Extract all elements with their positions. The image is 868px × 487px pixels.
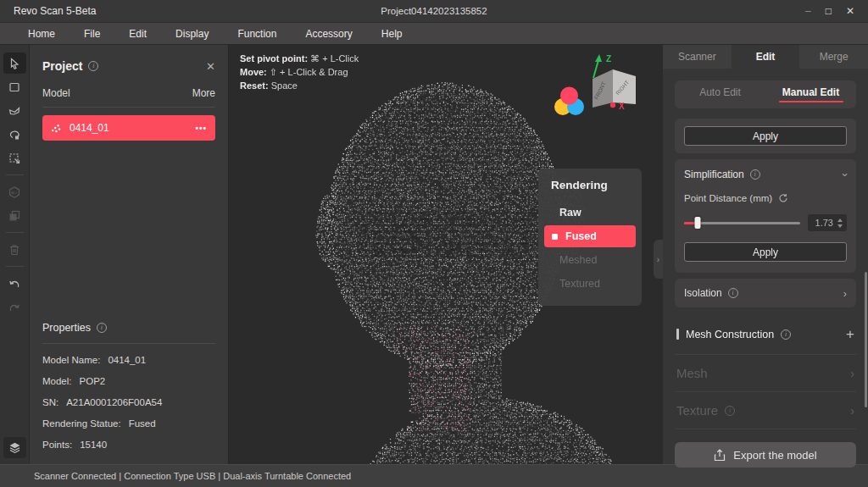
stepper-up-icon[interactable] <box>837 219 843 222</box>
menu-function[interactable]: Function <box>223 28 291 40</box>
mesh-construction-info-icon <box>781 329 791 340</box>
selection-card: Apply <box>675 119 856 153</box>
tab-merge[interactable]: Merge <box>799 45 868 69</box>
export-icon <box>714 449 726 462</box>
rendering-option-meshed: Meshed <box>538 248 642 272</box>
layers-icon[interactable] <box>3 437 26 458</box>
viewport-hints: Set pivot point: ⌘ + L-Click Move: ⇧ + L… <box>240 52 359 92</box>
main-area: ALL Project ✕ <box>0 45 868 464</box>
model-list-header: Model <box>42 87 70 99</box>
stepper-down-icon[interactable] <box>837 224 843 228</box>
tab-manual-edit[interactable]: Manual Edit <box>765 80 856 108</box>
section-accent-bar <box>676 329 679 340</box>
view-cube[interactable]: FRONT RIGHT Z X <box>593 54 636 111</box>
chevron-right-icon <box>850 367 854 380</box>
stepper-arrows[interactable] <box>837 219 843 228</box>
menu-help[interactable]: Help <box>367 28 417 40</box>
menu-home[interactable]: Home <box>14 28 70 40</box>
tab-scanner[interactable]: Scanner <box>663 45 732 69</box>
apply-selection-button[interactable]: Apply <box>684 126 847 146</box>
model-item-name: 0414_01 <box>70 122 109 134</box>
simplification-info-icon <box>750 169 760 180</box>
maximize-button[interactable]: □ <box>826 6 832 16</box>
menu-display[interactable]: Display <box>161 28 223 40</box>
apply-simplification-button[interactable]: Apply <box>684 242 847 262</box>
rendering-option-raw[interactable]: Raw <box>538 201 642 224</box>
point-distance-stepper[interactable]: 1.73 <box>808 214 847 231</box>
property-rendering-status: Rendering Statue: Fused <box>42 418 215 429</box>
orientation-gizmo[interactable]: FRONT RIGHT Z X <box>553 53 641 131</box>
add-mesh-construction-button[interactable]: + <box>846 327 854 341</box>
point-cloud-icon <box>51 123 63 134</box>
titlebar: Revo Scan 5-Beta Project04142023135852 –… <box>0 0 868 23</box>
property-model: Model: POP2 <box>42 376 215 386</box>
tab-auto-edit[interactable]: Auto Edit <box>675 80 765 108</box>
redo-icon <box>3 296 26 318</box>
render-color-toggle-icon[interactable] <box>554 87 584 116</box>
simplification-card: Simplification Point Distance (mm) <box>675 159 856 273</box>
edit-panel-body: Auto Edit Manual Edit Apply Simplificati… <box>663 69 868 476</box>
point-distance-value: 1.73 <box>815 218 833 228</box>
window-controls: – □ ✕ <box>805 6 854 16</box>
point-distance-slider-handle[interactable] <box>695 217 701 229</box>
app-title: Revo Scan 5-Beta <box>14 5 96 17</box>
rendering-panel-title: Rendering <box>538 179 642 201</box>
right-panel-tabs: Scanner Edit Merge <box>663 45 868 69</box>
toolbar-divider <box>6 232 24 233</box>
menubar: Home File Edit Display Function Accessor… <box>0 23 868 45</box>
x-axis-label: X <box>619 102 625 111</box>
svg-text:ALL: ALL <box>11 190 18 194</box>
rendering-option-fused[interactable]: Fused <box>544 225 636 247</box>
isolation-info-icon <box>728 288 738 298</box>
project-info-icon <box>88 61 98 71</box>
chevron-down-icon[interactable] <box>843 169 847 180</box>
mesh-construction-header: Mesh Construction + <box>675 327 856 341</box>
rect-select-tool-icon[interactable] <box>3 76 26 97</box>
edit-toolstrip: ALL <box>0 45 30 464</box>
isolation-title: Isolation <box>684 287 722 299</box>
properties-info-icon <box>97 323 107 333</box>
rendering-option-textured: Textured <box>538 272 642 296</box>
mesh-section-row: Mesh <box>675 355 856 392</box>
viewport-3d[interactable]: Set pivot point: ⌘ + L-Click Move: ⇧ + L… <box>229 45 663 464</box>
point-distance-label: Point Distance (mm) <box>684 193 772 203</box>
app-window: Revo Scan 5-Beta Project04142023135852 –… <box>0 0 868 487</box>
tab-edit[interactable]: Edit <box>732 45 800 69</box>
project-panel-close-icon[interactable]: ✕ <box>206 60 215 73</box>
property-model-name: Model Name: 0414_01 <box>42 355 215 365</box>
z-axis-label: Z <box>606 54 611 64</box>
close-button[interactable]: ✕ <box>846 6 854 16</box>
undo-icon[interactable] <box>3 273 26 294</box>
menu-accessory[interactable]: Accessory <box>291 28 366 40</box>
menu-edit[interactable]: Edit <box>114 28 161 40</box>
transform-tool-icon[interactable] <box>3 147 26 169</box>
menu-file[interactable]: File <box>70 28 114 40</box>
property-points: Points: 15140 <box>42 440 215 450</box>
lasso-select-tool-icon[interactable] <box>3 100 26 121</box>
edit-mode-switch: Auto Edit Manual Edit <box>675 80 856 108</box>
minimize-button[interactable]: – <box>805 6 811 16</box>
model-list-item[interactable]: 0414_01 ••• <box>42 115 215 141</box>
isolation-card[interactable]: Isolation <box>675 279 856 307</box>
reset-value-icon[interactable] <box>778 193 788 203</box>
properties-title: Properties <box>42 322 91 334</box>
select-tool-icon[interactable] <box>3 53 26 74</box>
panel-scrollbar[interactable] <box>865 272 867 407</box>
connection-status-text: Scanner Connected | Connection Type USB … <box>34 471 351 481</box>
project-panel: Project ✕ Model More 0414_01 ••• Propert… <box>30 45 229 464</box>
point-distance-slider[interactable] <box>684 222 800 224</box>
connected-select-tool-icon[interactable] <box>3 124 26 145</box>
chevron-right-icon <box>843 288 847 299</box>
select-all-tool-icon: ALL <box>3 181 26 202</box>
toolbar-divider <box>6 266 24 267</box>
property-sn: SN: A21A0001206F00A54 <box>42 397 215 407</box>
mesh-construction-title: Mesh Construction <box>686 329 774 340</box>
delete-tool-icon <box>3 239 26 260</box>
export-model-button[interactable]: Export the model <box>675 442 856 468</box>
mesh-title: Mesh <box>676 366 708 380</box>
simplification-title: Simplification <box>684 169 744 180</box>
model-item-more-icon[interactable]: ••• <box>195 124 207 133</box>
model-list-more-button[interactable]: More <box>192 87 215 99</box>
project-panel-title: Project <box>42 59 82 73</box>
panel-collapse-handle[interactable]: › <box>654 240 663 279</box>
